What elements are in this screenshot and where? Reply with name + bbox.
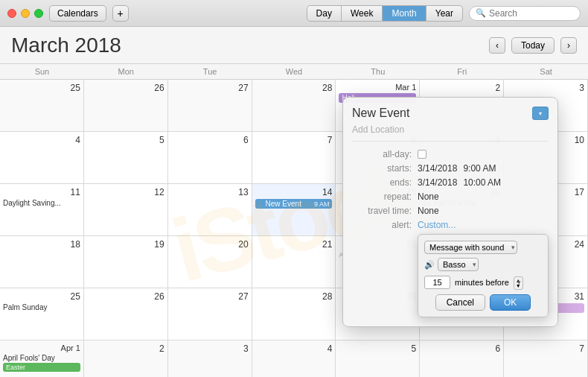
alert-label: alert: [352,220,412,230]
ends-row: ends: 3/14/2018 10:00 AM [352,177,549,188]
friday-header: Fri [420,64,504,79]
basso-select-wrapper[interactable]: Basso [438,258,479,271]
sunday-header: Sun [0,64,84,79]
week-view-button[interactable]: Week [342,6,383,21]
minutes-input[interactable] [424,276,450,289]
list-item[interactable]: Easter [3,363,80,372]
table-row[interactable]: 2 [84,340,168,377]
alert-sub-popup: Message with sound 🔊 Basso minutes befor… [418,234,549,317]
table-row[interactable]: 7 [252,132,336,184]
today-button[interactable]: Today [511,37,555,54]
table-row[interactable]: 27 [168,288,252,340]
table-row[interactable]: 4 [252,340,336,377]
table-row[interactable]: 7 [504,340,588,377]
location-input[interactable]: Add Location [352,124,549,142]
table-row[interactable]: 13 [168,184,252,236]
table-row[interactable]: 25 [0,80,84,132]
table-row[interactable]: 3 [168,340,252,377]
ends-date[interactable]: 3/14/2018 [418,177,457,188]
repeat-row: repeat: None [352,191,549,202]
table-row[interactable]: 11 Daylight Saving... [0,184,84,236]
table-row[interactable]: 6 [420,340,504,377]
month-view-button[interactable]: Month [383,6,426,21]
maximize-button[interactable] [34,9,43,18]
prev-month-button[interactable]: ‹ [489,37,505,54]
event-color-button[interactable]: ▾ [532,107,549,120]
title-bar: Calendars + Day Week Month Year 🔍 [0,0,588,27]
event-form: New Event ▾ Add Location all-day: starts… [342,97,558,327]
view-selector: Day Week Month Year [307,5,463,22]
alert-actions: Cancel OK [424,294,542,311]
table-row[interactable]: 18 [0,236,84,288]
ok-button[interactable]: OK [490,294,531,311]
repeat-label: repeat: [352,191,412,202]
popup-title: New Event [352,107,532,120]
starts-row: starts: 3/14/2018 9:00 AM [352,163,549,174]
list-item: Palm Sunday [3,303,80,311]
cancel-button[interactable]: Cancel [435,294,485,311]
calendars-label: Calendars [57,8,98,19]
table-row[interactable]: 28 [252,80,336,132]
thursday-header: Thu [336,64,420,79]
event-dot [258,202,263,206]
table-row[interactable]: 19 [84,236,168,288]
list-item[interactable]: New Event 9 AM [255,199,333,209]
new-event-popup: New Event ▾ Add Location all-day: starts… [342,97,558,327]
table-row[interactable]: 5 [84,132,168,184]
day-headers: Sun Mon Tue Wed Thu Fri Sat [0,64,588,80]
minimize-button[interactable] [21,9,30,18]
travel-value[interactable]: None [418,206,439,216]
table-row[interactable]: 4 [0,132,84,184]
table-row[interactable]: 28 [252,288,336,340]
sound-select-wrapper[interactable]: Message with sound [424,241,517,254]
table-row[interactable]: 26 [84,288,168,340]
search-box[interactable]: 🔍 [469,6,581,21]
month-header: March 2018 ‹ Today › [0,27,588,64]
starts-time[interactable]: 9:00 AM [463,163,496,174]
list-item: Daylight Saving... [3,199,80,207]
traffic-lights [7,9,43,18]
table-row[interactable]: 25 Palm Sunday [0,288,84,340]
minutes-row: minutes before ▲▼ [424,275,542,290]
next-month-button[interactable]: › [560,37,577,54]
table-row[interactable]: Apr 1 April Fools' Day Easter [0,340,84,377]
speaker-icon: 🔊 [424,260,435,270]
popup-header: New Event ▾ [352,107,549,120]
repeat-value[interactable]: None [418,191,439,202]
sound-select[interactable]: Message with sound [424,241,517,254]
year-view-button[interactable]: Year [426,6,462,21]
all-day-checkbox[interactable] [418,150,426,159]
month-title: March 2018 [11,34,121,57]
saturday-header: Sat [504,64,588,79]
wednesday-header: Wed [252,64,336,79]
ends-label: ends: [352,177,412,188]
table-row[interactable]: 5 [336,340,420,377]
nav-arrows: ‹ Today › [489,37,577,54]
stepper-wrapper[interactable]: ▲▼ [514,275,523,290]
all-day-row: all-day: [352,149,549,159]
table-row[interactable]: 14 New Event 9 AM [252,184,336,236]
travel-row: travel time: None [352,206,549,216]
basso-select[interactable]: Basso [438,258,479,271]
ends-time[interactable]: 10:00 AM [463,177,501,188]
basso-row: 🔊 Basso [424,258,542,271]
all-day-label: all-day: [352,149,412,159]
minutes-before-label: minutes before [455,278,509,287]
calendars-button[interactable]: Calendars [49,5,106,22]
table-row[interactable]: 12 [84,184,168,236]
search-input[interactable] [489,8,574,19]
sound-row: Message with sound [424,241,542,254]
starts-date[interactable]: 3/14/2018 [418,163,457,174]
alert-value[interactable]: Custom... [418,220,456,230]
close-button[interactable] [7,9,16,18]
table-row[interactable]: 26 [84,80,168,132]
day-view-button[interactable]: Day [307,6,342,21]
table-row[interactable]: 20 [168,236,252,288]
table-row[interactable]: 21 [252,236,336,288]
table-row[interactable]: 6 [168,132,252,184]
table-row[interactable]: 27 [168,80,252,132]
add-icon: + [118,7,124,19]
alert-row: alert: Custom... [352,220,549,230]
tuesday-header: Tue [168,64,252,79]
add-calendar-button[interactable]: + [112,5,129,22]
